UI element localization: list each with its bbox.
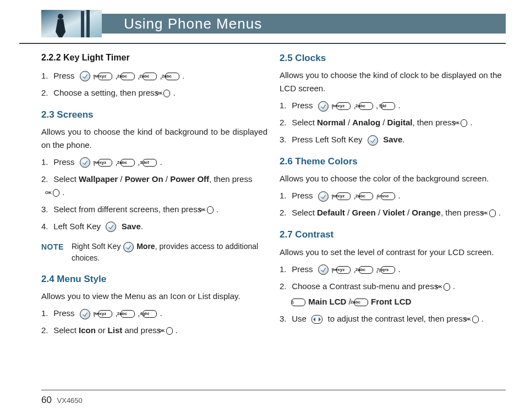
page-title: Using Phone Menus: [102, 14, 506, 34]
left-softkey-icon: [318, 264, 329, 275]
text: Left Soft Key: [53, 222, 101, 231]
step: 2. Select Icon or List and press OK .: [41, 324, 267, 337]
sep: /: [380, 118, 387, 127]
intro-26: Allows you to choose the color of the ba…: [280, 172, 506, 185]
sep: /: [376, 208, 383, 217]
intro-25: Allows you to choose the kind of clock t…: [280, 69, 506, 95]
step: 1. Press , 9wxyz , 2abc , 6mno .: [280, 189, 506, 202]
ok-key-icon: OK: [461, 119, 467, 127]
ok-key-icon: OK: [444, 283, 450, 291]
opt: Save: [122, 222, 141, 231]
text: Select: [292, 208, 317, 217]
text: Select: [292, 118, 317, 127]
divider: [19, 43, 506, 44]
heading-222: 2.2.2 Key Light Timer: [41, 51, 267, 65]
key-2: 2abc: [143, 73, 157, 80]
left-column: 2.2.2 Key Light Timer 1. Press , 9wxyz ,…: [41, 51, 267, 387]
opt: Green: [352, 208, 375, 217]
step: 2. Select Wallpaper / Power On / Power O…: [41, 173, 267, 199]
right-softkey-icon: [123, 242, 134, 252]
intro-23: Allows you to choose the kind of backgro…: [41, 125, 267, 152]
step: 1. Press , 9wxyz , 2abc , 7pqrs .: [280, 263, 506, 276]
opt: Wallpaper: [79, 174, 118, 184]
key-2: 2abc: [354, 299, 368, 306]
intro-24: Allows you to view the Menu as an Icon o…: [41, 290, 267, 303]
step: 2. Choose a Contrast sub-menu and press …: [280, 280, 506, 308]
opt: Violet: [382, 208, 405, 217]
key-6: 6mno: [381, 192, 395, 200]
key-9: 9wxyz: [98, 159, 112, 167]
ok-key-icon: OK: [53, 189, 59, 197]
key-2: 2abc: [359, 192, 373, 200]
key-2: 2abc: [359, 266, 373, 274]
note-label: NOTE: [41, 241, 64, 253]
ok-key-icon: OK: [163, 90, 170, 97]
svg-rect-1: [81, 11, 84, 37]
divider: [41, 390, 506, 390]
heading-23: 2.3 Screens: [41, 107, 267, 122]
opt: Icon: [79, 325, 96, 335]
ok-key-icon: OK: [489, 209, 496, 217]
page-banner: Using Phone Menus: [41, 10, 506, 37]
opt: Orange: [412, 208, 441, 217]
text: Use: [292, 314, 307, 323]
text: Press: [53, 308, 74, 318]
text: Press: [292, 264, 313, 274]
heading-25: 2.5 Clocks: [280, 51, 506, 65]
key-1: 1: [291, 299, 305, 306]
text: Right Soft Key: [72, 242, 123, 251]
step: 2. Choose a setting, then press OK .: [41, 86, 267, 100]
banner-photo: [41, 10, 102, 37]
left-softkey-icon: [80, 71, 90, 81]
opt: Default: [317, 208, 345, 217]
opt: Front LCD: [371, 297, 411, 306]
key-3: 3def: [143, 159, 157, 167]
text: , then press: [412, 118, 455, 127]
text: , then press: [209, 174, 252, 184]
ok-key-icon: OK: [472, 316, 479, 323]
key-7: 7pqrs: [381, 266, 395, 274]
svg-rect-0: [41, 10, 102, 37]
opt: Save: [383, 135, 402, 144]
key-2: 2abc: [165, 73, 179, 80]
opt: Digital: [387, 118, 413, 127]
sep: /: [346, 118, 353, 127]
svg-point-3: [58, 14, 63, 19]
key-9: 9wxyz: [336, 192, 351, 200]
text: Select from different screens, then pres…: [53, 205, 201, 214]
text: Choose a setting, then press: [53, 88, 158, 97]
opt: Power Off: [170, 174, 209, 184]
key-2: 2abc: [121, 73, 135, 80]
step: 1. Press , 9wxyz , 2abc , 2abc , 2abc .: [41, 69, 267, 82]
left-softkey-icon: [318, 101, 329, 112]
key-9: 9wxyz: [336, 102, 351, 110]
sep: or: [96, 325, 108, 335]
step: 2. Select Default / Green / Violet / Ora…: [280, 206, 506, 219]
key-9: 9wxyz: [98, 73, 112, 80]
note-text: Right Soft Key More, provides access to …: [72, 241, 267, 264]
manual-page: Using Phone Menus 2.2.2 Key Light Timer …: [0, 0, 525, 420]
nav-key-icon: [311, 315, 322, 324]
step: 3. Use to adjust the contrast level, the…: [280, 312, 506, 325]
key-2: 2abc: [359, 102, 373, 110]
left-softkey-icon: [368, 135, 378, 146]
opt: List: [108, 325, 123, 335]
opt: More: [136, 242, 155, 251]
sep: /: [163, 174, 171, 184]
left-softkey-icon: [80, 157, 90, 168]
step: 1. Press , 9wxyz , 2abc , 3def .: [41, 156, 267, 169]
heading-24: 2.4 Menu Style: [41, 272, 267, 286]
key-9: 9wxyz: [98, 310, 112, 318]
submenu-line: 1 Main LCD / 2abc Front LCD: [291, 295, 506, 308]
step: 1. Press , 9wxyz , 2abc , 5jkl .: [280, 99, 506, 112]
text: Select: [53, 174, 79, 184]
key-9: 9wxyz: [336, 266, 351, 274]
text: Press: [292, 191, 313, 200]
opt: Analog: [352, 118, 380, 127]
step: 3. Select from different screens, then p…: [41, 203, 267, 216]
sep: /: [405, 208, 412, 217]
opt: Normal: [317, 118, 346, 127]
opt: Power On: [125, 174, 163, 184]
text: Press: [292, 101, 313, 110]
page-footer: 60 VX4650: [41, 395, 83, 406]
